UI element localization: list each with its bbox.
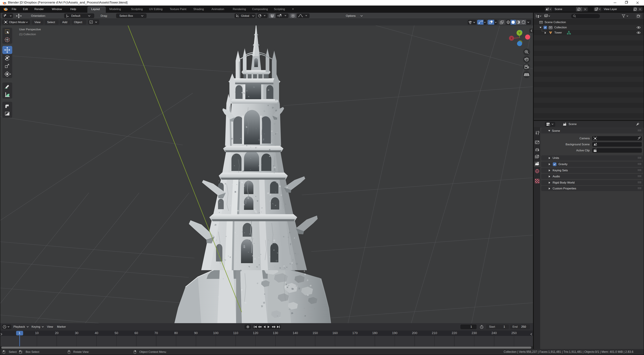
svg-text:X: X: [510, 37, 512, 40]
svg-text:Y: Y: [518, 31, 520, 35]
